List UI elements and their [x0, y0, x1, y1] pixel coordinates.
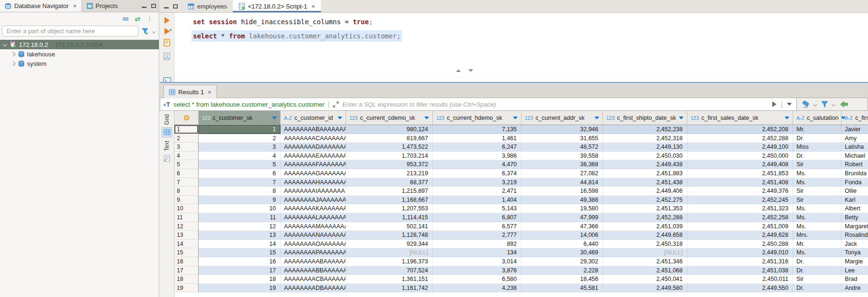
chevron-right-icon[interactable]	[11, 62, 16, 66]
cell-c_salutation[interactable]: Sir	[793, 275, 841, 284]
eraser-icon[interactable]	[802, 101, 810, 108]
table-row-6[interactable]: 66AAAAAAAAGAAAAAAA213,2196,37427,0822,45…	[174, 169, 868, 178]
table-row-9[interactable]: 99AAAAAAAAJAAAAAAA1,168,6671,40449,3882,…	[174, 196, 868, 205]
cell-c_first_sales_date_sk[interactable]: 2,449,628	[687, 231, 793, 240]
cell-c_first_sales_date_sk[interactable]: 2,452,258	[687, 213, 793, 222]
column-dropdown-icon[interactable]	[424, 117, 429, 119]
cell-c_first_sales_date_sk[interactable]: 2,451,038	[687, 266, 793, 275]
cell-c_first_sales_date_sk[interactable]: 2,452,208	[687, 125, 793, 134]
cell-c_first_name[interactable]: Tonya	[841, 248, 868, 257]
cell-c_salutation[interactable]: Sir	[793, 187, 841, 196]
cell-c_current_addr_sk[interactable]: 6,440	[521, 240, 603, 249]
table-row-19[interactable]: 1919AAAAAAAADBAAAAAA1,161,7424,23845,581…	[174, 284, 868, 293]
cell-c_customer_id[interactable]: AAAAAAAAKAAAAAAA	[281, 204, 346, 213]
cell-c_salutation[interactable]: Mr.	[793, 240, 841, 249]
explain-plan-button[interactable]	[164, 53, 170, 62]
row-number[interactable]: 7	[174, 178, 199, 187]
cell-c_first_shipto_date_sk[interactable]: 2,449,438	[603, 160, 687, 169]
chevron-down-icon[interactable]	[3, 43, 7, 47]
cell-c_first_name[interactable]: Betty	[841, 213, 868, 222]
splitter-sash[interactable]	[456, 69, 473, 72]
cell-c_first_sales_date_sk[interactable]: 2,450,011	[687, 275, 793, 284]
close-icon[interactable]: ×	[208, 89, 211, 96]
table-row-12[interactable]: 1212AAAAAAAAMAAAAAAA502,1416,57747,3662,…	[174, 222, 868, 231]
cell-c_current_hdemo_sk[interactable]: 6,374	[433, 169, 521, 178]
table-row-1[interactable]: 11AAAAAAAABAAAAAAA980,1247,13532,9462,45…	[174, 125, 868, 134]
filter-history-dropdown-icon[interactable]	[787, 103, 792, 106]
cell-c_first_name[interactable]: Michael	[841, 152, 868, 161]
cell-c_customer_id[interactable]: AAAAAAAALAAAAAAA	[281, 213, 346, 222]
cell-c_first_shipto_date_sk[interactable]: 2,450,041	[603, 275, 687, 284]
cell-c_customer_id[interactable]: AAAAAAAADBAAAAAA	[281, 284, 346, 293]
cell-c_customer_id[interactable]: AAAAAAAACBAAAAAA	[281, 275, 346, 284]
cell-c_customer_id[interactable]: AAAAAAAAPAAAAAAA	[281, 248, 346, 257]
cell-c_salutation[interactable]: Ms.	[793, 169, 841, 178]
cell-c_customer_sk[interactable]: 5	[199, 160, 281, 169]
sql-line-1[interactable]: set session hide_inaccessible_columns = …	[174, 15, 868, 29]
column-dropdown-icon[interactable]	[679, 117, 684, 119]
row-number[interactable]: 15	[174, 248, 199, 257]
cell-c_customer_sk[interactable]: 4	[199, 152, 281, 161]
cell-c_first_shipto_date_sk[interactable]: 2,451,039	[603, 222, 687, 231]
cell-c_current_addr_sk[interactable]: 45,581	[521, 284, 603, 293]
cell-c_current_addr_sk[interactable]: 39,558	[521, 152, 603, 161]
chevron-down-icon[interactable]	[813, 102, 817, 106]
row-number[interactable]: 1	[174, 125, 199, 134]
cell-c_salutation[interactable]: Dr.	[793, 257, 841, 266]
cell-c_current_addr_sk[interactable]: 44,814	[521, 178, 603, 187]
cell-c_current_cdemo_sk[interactable]: 819,667	[346, 134, 433, 143]
column-header-c_customer_sk[interactable]: 123 c_customer_sk	[199, 111, 281, 125]
cell-c_first_name[interactable]: Karl	[841, 196, 868, 205]
row-number[interactable]: 2	[174, 134, 199, 143]
cell-c_current_hdemo_sk[interactable]: 5,143	[433, 204, 521, 213]
cell-c_customer_id[interactable]: AAAAAAAABBAAAAAA	[281, 266, 346, 275]
table-row-2[interactable]: 22AAAAAAAACAAAAAAA819,6671,46131,6552,45…	[174, 134, 868, 143]
cell-c_first_sales_date_sk[interactable]: 2,451,009	[687, 222, 793, 231]
filter-funnel-icon[interactable]	[142, 28, 149, 35]
cell-c_customer_id[interactable]: AAAAAAAAMAAAAAAA	[281, 222, 346, 231]
cell-c_customer_sk[interactable]: 17	[199, 266, 281, 275]
cell-c_current_hdemo_sk[interactable]: 6,807	[433, 213, 521, 222]
cell-c_current_hdemo_sk[interactable]: 7,135	[433, 125, 521, 134]
cell-c_first_name[interactable]: Lee	[841, 266, 868, 275]
cell-c_first_shipto_date_sk[interactable]: 2,449,406	[603, 187, 687, 196]
restore-up-icon[interactable]	[456, 69, 461, 72]
row-number[interactable]: 10	[174, 204, 199, 213]
column-dropdown-icon[interactable]	[785, 117, 789, 119]
cell-c_current_cdemo_sk[interactable]: 1,207,553	[346, 204, 433, 213]
tree-item-connection[interactable]: 172.18.0.2 172.18.0.2:31604	[0, 40, 159, 49]
chevron-down-icon[interactable]	[152, 29, 156, 33]
cell-c_first_name[interactable]: Fonda	[841, 178, 868, 187]
column-header-c_current_hdemo_sk[interactable]: 123 c_current_hdemo_sk	[433, 111, 521, 125]
cell-c_customer_id[interactable]: AAAAAAAAIAAAAAAA	[281, 187, 346, 196]
cell-c_salutation[interactable]: Ms.	[793, 204, 841, 213]
cell-c_first_shipto_date_sk[interactable]: 2,451,883	[603, 169, 687, 178]
cell-c_customer_id[interactable]: AAAAAAAAJAAAAAAA	[281, 196, 346, 205]
cell-c_first_name[interactable]: Robert	[841, 160, 868, 169]
cell-c_salutation[interactable]: Dr.	[793, 284, 841, 293]
link-with-editor-icon[interactable]: ⇄	[135, 16, 140, 22]
row-number[interactable]: 4	[174, 152, 199, 161]
filter-funnel-icon[interactable]	[821, 101, 828, 108]
cell-c_customer_sk[interactable]: 18	[199, 275, 281, 284]
cell-c_current_hdemo_sk[interactable]: 6,577	[433, 222, 521, 231]
cell-c_current_cdemo_sk[interactable]: 980,124	[346, 125, 433, 134]
row-number[interactable]: 17	[174, 266, 199, 275]
cell-c_current_cdemo_sk[interactable]: 1,215,897	[346, 187, 433, 196]
cell-c_first_shipto_date_sk[interactable]: 2,452,275	[603, 196, 687, 205]
column-dropdown-icon[interactable]	[272, 117, 277, 119]
cell-c_first_name[interactable]: Brad	[841, 275, 868, 284]
cell-c_customer_id[interactable]: AAAAAAAAHAAAAAAA	[281, 178, 346, 187]
cell-c_current_cdemo_sk[interactable]: 707,524	[346, 266, 433, 275]
collapse-all-icon[interactable]	[123, 17, 128, 21]
cell-c_current_hdemo_sk[interactable]: 6,247	[433, 143, 521, 152]
cell-c_current_hdemo_sk[interactable]: 134	[433, 248, 521, 257]
close-icon[interactable]: ×	[73, 3, 77, 9]
cell-c_customer_sk[interactable]: 10	[199, 204, 281, 213]
cell-c_first_name[interactable]: Margaret	[841, 222, 868, 231]
tab-employees[interactable]: employees	[182, 0, 233, 12]
results-filter-input[interactable]: «T select * from lakehouse.customer_anal…	[160, 98, 797, 111]
row-number[interactable]: 14	[174, 240, 199, 249]
cell-c_current_addr_sk[interactable]: 29,302	[521, 257, 603, 266]
table-row-13[interactable]: 1313AAAAAAAANAAAAAAA1,128,7482,77714,006…	[174, 231, 868, 240]
